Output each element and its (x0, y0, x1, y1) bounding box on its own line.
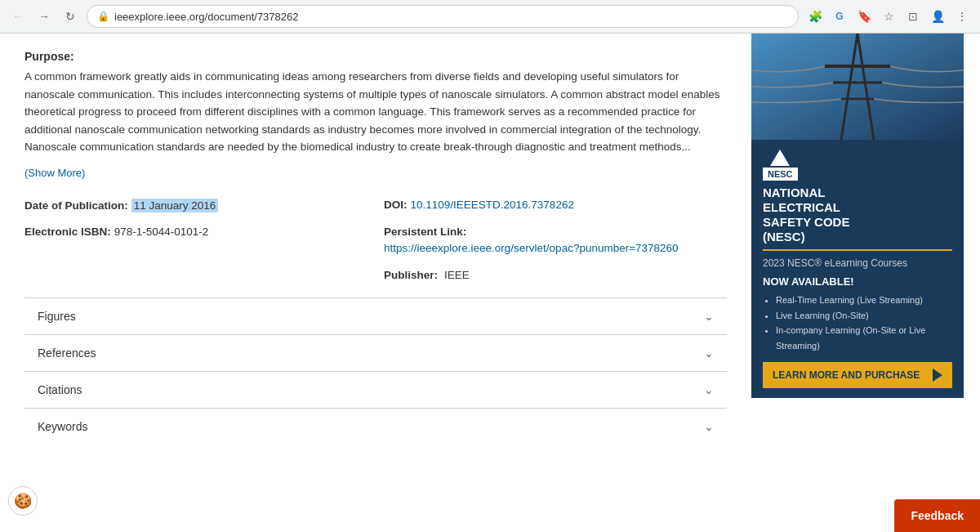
doi-link[interactable]: 10.1109/IEEESTD.2016.7378262 (411, 199, 574, 211)
references-chevron: ⌄ (704, 346, 714, 360)
persistent-row: Persistent Link: (384, 226, 727, 238)
figures-header[interactable]: Figures ⌄ (24, 298, 727, 334)
ad-content: NESC NATIONAL ELECTRICAL SAFETY CODE (NE… (751, 140, 964, 398)
svg-rect-0 (751, 34, 964, 140)
ad-available: NOW AVAILABLE! (763, 275, 952, 288)
publisher-row: Publisher: IEEE (384, 269, 727, 281)
references-label: References (38, 346, 96, 360)
google-icon[interactable]: G (830, 7, 849, 26)
citations-header[interactable]: Citations ⌄ (24, 372, 727, 408)
star-icon[interactable]: ☆ (879, 7, 898, 26)
ad-bullet-2: Live Learning (On-Site) (776, 308, 952, 324)
persistent-link[interactable]: https://ieeexplore.ieee.org/servlet/opac… (384, 242, 679, 254)
menu-icon[interactable]: ⋮ (952, 7, 972, 26)
isbn-row: Electronic ISBN: 978-1-5044-0101-2 (24, 226, 368, 238)
persistent-value-row: https://ieeexplore.ieee.org/servlet/opac… (384, 241, 727, 254)
accordion-container: Figures ⌄ References ⌄ Citations ⌄ Keywo… (24, 297, 727, 445)
metadata-section: Date of Publication: 11 January 2016 DOI… (24, 199, 727, 297)
abstract-section: Purpose: A common framework greatly aids… (24, 50, 727, 179)
isbn-label: Electronic ISBN: (24, 226, 111, 238)
figures-chevron: ⌄ (704, 310, 714, 323)
ad-bullet-1: Real-Time Learning (Live Streaming) (776, 293, 952, 308)
profile-icon[interactable]: 👤 (928, 7, 947, 26)
url-input[interactable] (114, 11, 788, 23)
toolbar-icons: 🧩 G 🔖 ☆ ⊡ 👤 ⋮ (805, 7, 972, 26)
sidebar: NESC NATIONAL ELECTRICAL SAFETY CODE (NE… (751, 34, 980, 461)
doi-label: DOI: (384, 199, 408, 211)
forward-button[interactable]: → (34, 7, 54, 26)
keywords-header[interactable]: Keywords ⌄ (24, 409, 727, 445)
show-more-link[interactable]: (Show More) (24, 167, 85, 179)
purpose-title: Purpose: (24, 50, 727, 63)
page-wrapper: Purpose: A common framework greatly aids… (0, 34, 980, 461)
ad-background-image (751, 34, 964, 140)
isbn-section: Electronic ISBN: 978-1-5044-0101-2 (24, 226, 368, 281)
citations-label: Citations (38, 383, 82, 396)
publisher-value: IEEE (444, 269, 470, 281)
figures-accordion: Figures ⌄ (24, 297, 727, 334)
save-icon[interactable]: 🔖 (854, 7, 874, 26)
ad-title-line4: (NESC) (763, 230, 952, 244)
split-view-icon[interactable]: ⊡ (903, 7, 923, 26)
ad-cta-arrow-icon (933, 369, 942, 382)
isbn-value: 978-1-5044-0101-2 (114, 226, 209, 238)
reload-button[interactable]: ↻ (60, 7, 80, 26)
lock-icon: 🔒 (97, 11, 109, 22)
doi-row: DOI: 10.1109/IEEESTD.2016.7378262 (384, 199, 727, 211)
ad-title-line1: NATIONAL (763, 186, 952, 200)
keywords-chevron: ⌄ (704, 420, 714, 433)
references-accordion: References ⌄ (24, 334, 727, 371)
browser-chrome: ← → ↻ 🔒 🧩 G 🔖 ☆ ⊡ 👤 ⋮ (0, 0, 980, 34)
ad-title-line3: SAFETY CODE (763, 215, 952, 230)
ad-cta-button[interactable]: LEARN MORE AND PURCHASE (763, 362, 952, 388)
extensions-icon[interactable]: 🧩 (805, 7, 825, 26)
back-button[interactable]: ← (8, 7, 28, 26)
ad-cta-text: LEARN MORE AND PURCHASE (773, 369, 920, 381)
ad-logo: NESC (763, 150, 952, 181)
figures-label: Figures (38, 310, 76, 323)
nesc-triangle-icon (770, 150, 790, 166)
persistent-publisher-section: Persistent Link: https://ieeexplore.ieee… (384, 226, 727, 281)
ad-bullets: Real-Time Learning (Live Streaming) Live… (763, 293, 952, 354)
date-value: 11 January 2016 (131, 199, 219, 212)
date-label: Date of Publication: (24, 199, 128, 212)
ad-divider (763, 249, 952, 251)
keywords-label: Keywords (38, 420, 87, 433)
address-bar[interactable]: 🔒 (87, 5, 799, 28)
keywords-accordion: Keywords ⌄ (24, 408, 727, 445)
main-content: Purpose: A common framework greatly aids… (0, 34, 751, 461)
references-header[interactable]: References ⌄ (24, 335, 727, 371)
doi-section: DOI: 10.1109/IEEESTD.2016.7378262 (384, 199, 727, 212)
nesc-logo-text: NESC (763, 168, 798, 181)
date-of-publication: Date of Publication: 11 January 2016 (24, 199, 368, 212)
publisher-label: Publisher: (384, 269, 438, 281)
persistent-label: Persistent Link: (384, 226, 466, 238)
citations-chevron: ⌄ (704, 383, 714, 396)
ad-bullet-3: In-company Learning (On-Site or Live Str… (776, 323, 952, 353)
ad-title-line2: ELECTRICAL (763, 200, 952, 215)
power-lines-svg (751, 34, 964, 140)
ad-year: 2023 NESC® eLearning Courses (763, 257, 952, 269)
ad-banner: NESC NATIONAL ELECTRICAL SAFETY CODE (NE… (751, 34, 964, 398)
ad-title: NATIONAL ELECTRICAL SAFETY CODE (NESC) (763, 186, 952, 244)
date-row: Date of Publication: 11 January 2016 (24, 199, 368, 212)
abstract-text: A common framework greatly aids in commu… (24, 68, 727, 156)
citations-accordion: Citations ⌄ (24, 371, 727, 408)
browser-toolbar: ← → ↻ 🔒 🧩 G 🔖 ☆ ⊡ 👤 ⋮ (0, 0, 980, 33)
